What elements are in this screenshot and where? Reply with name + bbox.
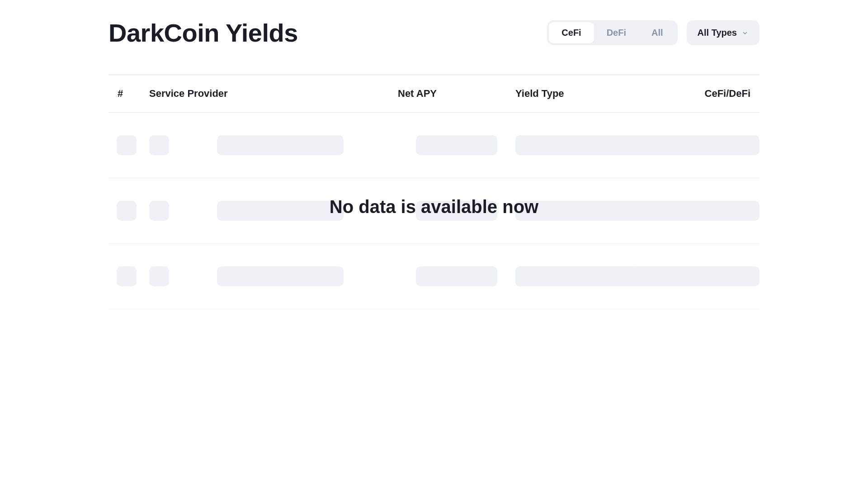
column-header-apy: Net APY — [398, 88, 515, 100]
skeleton-cell — [217, 266, 344, 286]
skeleton-cell — [149, 135, 169, 155]
skeleton-cell — [217, 135, 344, 155]
tab-cefi[interactable]: CeFi — [549, 22, 594, 43]
table-header-row: # Service Provider Net APY Yield Type Ce… — [108, 75, 760, 113]
skeleton-cell — [117, 201, 137, 221]
skeleton-cell — [515, 201, 642, 221]
skeleton-cell — [515, 135, 642, 155]
skeleton-cell — [633, 266, 760, 286]
table-body — [108, 113, 760, 309]
skeleton-cell — [217, 201, 344, 221]
column-header-category: CeFi/DeFi — [660, 88, 760, 100]
tab-defi[interactable]: DeFi — [594, 22, 639, 43]
skeleton-cell — [416, 266, 497, 286]
header-row: DarkCoin Yields CeFi DeFi All All Types — [108, 18, 760, 47]
skeleton-cell — [416, 135, 497, 155]
page-title: DarkCoin Yields — [108, 18, 298, 47]
tab-all[interactable]: All — [639, 22, 676, 43]
page-container: DarkCoin Yields CeFi DeFi All All Types … — [108, 18, 760, 309]
table-row-skeleton — [108, 113, 760, 178]
skeleton-cell — [633, 135, 760, 155]
skeleton-cell — [149, 266, 169, 286]
type-filter-dropdown[interactable]: All Types — [687, 20, 760, 45]
skeleton-cell — [416, 201, 497, 221]
table-row-skeleton — [108, 244, 760, 309]
skeleton-cell — [633, 201, 760, 221]
chevron-down-icon — [741, 29, 749, 37]
category-filter-tabs: CeFi DeFi All — [547, 20, 677, 45]
table-row-skeleton — [108, 178, 760, 244]
yields-table: # Service Provider Net APY Yield Type Ce… — [108, 75, 760, 309]
column-header-yield-type: Yield Type — [515, 88, 660, 100]
filter-controls: CeFi DeFi All All Types — [547, 20, 760, 45]
skeleton-cell — [117, 135, 137, 155]
column-header-provider: Service Provider — [149, 88, 398, 100]
skeleton-cell — [515, 266, 642, 286]
column-header-index: # — [108, 88, 149, 100]
type-filter-label: All Types — [698, 28, 737, 38]
skeleton-cell — [149, 201, 169, 221]
skeleton-cell — [117, 266, 137, 286]
